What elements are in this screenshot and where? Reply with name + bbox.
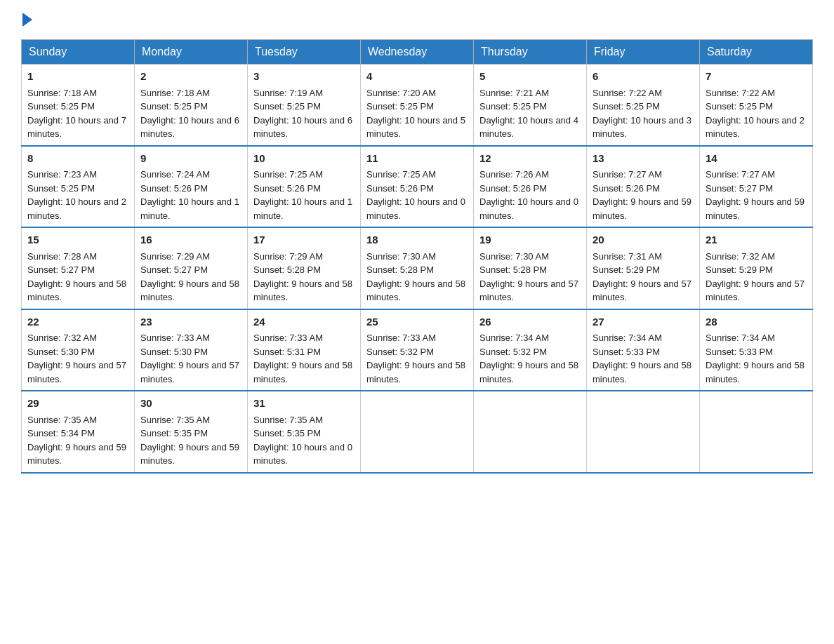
day-number: 30 [140, 396, 241, 412]
daylight-label: Daylight: 9 hours and 58 minutes. [706, 360, 805, 384]
sunrise-label: Sunrise: 7:29 AM [140, 251, 210, 262]
day-number: 27 [593, 314, 694, 330]
sunrise-label: Sunrise: 7:34 AM [706, 333, 775, 343]
sunrise-label: Sunrise: 7:34 AM [593, 333, 662, 343]
day-number: 10 [253, 151, 355, 167]
day-number: 12 [479, 151, 581, 167]
day-number: 20 [593, 232, 694, 248]
sunset-label: Sunset: 5:25 PM [366, 101, 434, 112]
sunset-label: Sunset: 5:28 PM [253, 264, 321, 275]
sunset-label: Sunset: 5:25 PM [27, 101, 95, 112]
daylight-label: Daylight: 9 hours and 58 minutes. [253, 279, 352, 303]
calendar-cell: 5Sunrise: 7:21 AMSunset: 5:25 PMDaylight… [474, 65, 587, 146]
calendar-cell: 29Sunrise: 7:35 AMSunset: 5:34 PMDayligh… [22, 391, 135, 473]
sunset-label: Sunset: 5:25 PM [253, 101, 321, 112]
sunrise-label: Sunrise: 7:22 AM [706, 88, 775, 98]
week-row-1: 1Sunrise: 7:18 AMSunset: 5:25 PMDaylight… [22, 65, 813, 146]
sunrise-label: Sunrise: 7:25 AM [253, 169, 323, 180]
logo [21, 14, 32, 27]
day-number: 8 [27, 151, 128, 167]
calendar-cell: 18Sunrise: 7:30 AMSunset: 5:28 PMDayligh… [361, 227, 474, 309]
calendar-cell: 3Sunrise: 7:19 AMSunset: 5:25 PMDaylight… [248, 65, 361, 146]
sunrise-label: Sunrise: 7:23 AM [27, 169, 97, 180]
calendar-cell: 15Sunrise: 7:28 AMSunset: 5:27 PMDayligh… [22, 227, 135, 309]
daylight-label: Daylight: 9 hours and 59 minutes. [593, 196, 691, 221]
sunset-label: Sunset: 5:28 PM [366, 264, 434, 275]
daylight-label: Daylight: 9 hours and 58 minutes. [253, 360, 352, 384]
sunset-label: Sunset: 5:25 PM [27, 183, 95, 194]
daylight-label: Daylight: 10 hours and 6 minutes. [253, 115, 352, 140]
sunrise-label: Sunrise: 7:33 AM [366, 333, 436, 343]
day-header-wednesday: Wednesday [361, 40, 474, 65]
calendar-cell: 30Sunrise: 7:35 AMSunset: 5:35 PMDayligh… [135, 391, 248, 473]
sunset-label: Sunset: 5:26 PM [593, 183, 660, 194]
sunrise-label: Sunrise: 7:35 AM [253, 415, 323, 425]
calendar-cell: 1Sunrise: 7:18 AMSunset: 5:25 PMDaylight… [22, 65, 135, 146]
day-number: 3 [253, 69, 355, 85]
calendar-cell: 16Sunrise: 7:29 AMSunset: 5:27 PMDayligh… [135, 227, 248, 309]
sunset-label: Sunset: 5:26 PM [366, 183, 434, 194]
daylight-label: Daylight: 10 hours and 5 minutes. [366, 115, 465, 140]
calendar-cell: 8Sunrise: 7:23 AMSunset: 5:25 PMDaylight… [22, 146, 135, 228]
day-header-saturday: Saturday [700, 40, 813, 65]
daylight-label: Daylight: 9 hours and 57 minutes. [27, 360, 126, 384]
day-number: 9 [140, 151, 241, 167]
sunrise-label: Sunrise: 7:26 AM [479, 169, 549, 180]
calendar-cell: 7Sunrise: 7:22 AMSunset: 5:25 PMDaylight… [700, 65, 813, 146]
sunrise-label: Sunrise: 7:30 AM [366, 251, 436, 262]
day-number: 29 [27, 396, 128, 412]
day-number: 28 [706, 314, 807, 330]
daylight-label: Daylight: 9 hours and 57 minutes. [140, 360, 239, 384]
day-number: 23 [140, 314, 241, 330]
daylight-label: Daylight: 9 hours and 58 minutes. [479, 360, 578, 384]
daylight-label: Daylight: 10 hours and 1 minute. [140, 196, 239, 221]
calendar-table: SundayMondayTuesdayWednesdayThursdayFrid… [21, 39, 813, 474]
day-number: 21 [706, 232, 807, 248]
daylight-label: Daylight: 9 hours and 59 minutes. [27, 442, 126, 467]
day-number: 6 [593, 69, 694, 85]
sunrise-label: Sunrise: 7:33 AM [253, 333, 323, 343]
sunrise-label: Sunrise: 7:22 AM [593, 88, 662, 98]
day-number: 17 [253, 232, 355, 248]
sunrise-label: Sunrise: 7:21 AM [479, 88, 549, 98]
calendar-cell [361, 391, 474, 473]
daylight-label: Daylight: 9 hours and 58 minutes. [366, 279, 465, 303]
day-number: 2 [140, 69, 241, 85]
sunrise-label: Sunrise: 7:32 AM [27, 333, 97, 343]
sunrise-label: Sunrise: 7:35 AM [27, 415, 97, 425]
day-header-thursday: Thursday [474, 40, 587, 65]
day-number: 13 [593, 151, 694, 167]
sunset-label: Sunset: 5:25 PM [706, 101, 773, 112]
day-number: 11 [366, 151, 468, 167]
sunset-label: Sunset: 5:25 PM [479, 101, 547, 112]
daylight-label: Daylight: 9 hours and 57 minutes. [479, 279, 578, 303]
day-number: 22 [27, 314, 128, 330]
sunrise-label: Sunrise: 7:35 AM [140, 415, 210, 425]
calendar-cell: 26Sunrise: 7:34 AMSunset: 5:32 PMDayligh… [474, 309, 587, 391]
sunset-label: Sunset: 5:30 PM [27, 347, 95, 357]
week-row-4: 22Sunrise: 7:32 AMSunset: 5:30 PMDayligh… [22, 309, 813, 391]
daylight-label: Daylight: 10 hours and 0 minutes. [253, 442, 352, 467]
sunset-label: Sunset: 5:27 PM [706, 183, 773, 194]
page-header [21, 14, 813, 27]
calendar-cell: 23Sunrise: 7:33 AMSunset: 5:30 PMDayligh… [135, 309, 248, 391]
daylight-label: Daylight: 9 hours and 58 minutes. [140, 279, 239, 303]
sunset-label: Sunset: 5:35 PM [140, 428, 208, 438]
sunset-label: Sunset: 5:27 PM [27, 264, 95, 275]
daylight-label: Daylight: 10 hours and 7 minutes. [27, 115, 126, 140]
calendar-cell: 14Sunrise: 7:27 AMSunset: 5:27 PMDayligh… [700, 146, 813, 228]
sunset-label: Sunset: 5:30 PM [140, 347, 208, 357]
day-header-monday: Monday [135, 40, 248, 65]
sunset-label: Sunset: 5:25 PM [140, 101, 208, 112]
sunset-label: Sunset: 5:33 PM [706, 347, 773, 357]
week-row-5: 29Sunrise: 7:35 AMSunset: 5:34 PMDayligh… [22, 391, 813, 473]
day-number: 19 [479, 232, 581, 248]
daylight-label: Daylight: 10 hours and 1 minute. [253, 196, 352, 221]
calendar-cell: 19Sunrise: 7:30 AMSunset: 5:28 PMDayligh… [474, 227, 587, 309]
sunrise-label: Sunrise: 7:33 AM [140, 333, 210, 343]
week-row-2: 8Sunrise: 7:23 AMSunset: 5:25 PMDaylight… [22, 146, 813, 228]
calendar-cell: 28Sunrise: 7:34 AMSunset: 5:33 PMDayligh… [700, 309, 813, 391]
daylight-label: Daylight: 10 hours and 0 minutes. [479, 196, 578, 221]
sunrise-label: Sunrise: 7:31 AM [593, 251, 662, 262]
calendar-cell: 27Sunrise: 7:34 AMSunset: 5:33 PMDayligh… [587, 309, 700, 391]
